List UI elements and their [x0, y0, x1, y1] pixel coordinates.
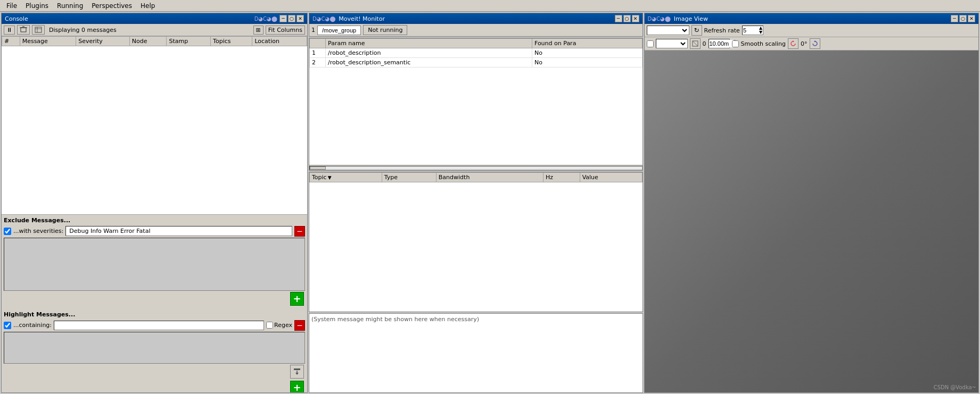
param-header-row: Param name Found on Para	[310, 39, 643, 48]
menu-help[interactable]: Help	[136, 1, 159, 11]
moveit-content: 1 /move_group Not running	[309, 24, 643, 36]
col-message: Message	[20, 37, 76, 46]
smooth-scaling-checkbox[interactable]	[732, 40, 739, 47]
image-float-btn[interactable]: ○	[959, 15, 967, 22]
col-node: Node	[129, 37, 167, 46]
image-zoom-fit-btn[interactable]	[690, 38, 701, 49]
refresh-rate-down[interactable]: ▼	[759, 30, 763, 35]
console-table-header: # Message Severity Node Stamp Topics Loc…	[2, 37, 307, 46]
console-toolbar: ⏸ Displaying 0 messages ⊞ Fit Columns	[2, 24, 307, 36]
menubar: File Plugins Running Perspectives Help	[0, 0, 980, 12]
console-fit-icon-btn[interactable]: ⊞	[253, 26, 263, 35]
topic-col-bandwidth: Bandwidth	[436, 173, 543, 182]
param-row2-found: No	[532, 58, 642, 68]
remove-severity-btn[interactable]: ─	[294, 226, 305, 237]
svg-line-10	[693, 41, 698, 46]
smooth-scaling-label: Smooth scaling	[741, 40, 786, 47]
zoom-max-input[interactable]: 10.00m	[709, 40, 733, 47]
topic-col-value: Value	[580, 173, 642, 182]
param-row1-found: No	[532, 48, 642, 58]
console-fit-columns-btn[interactable]: Fit Columns	[266, 26, 305, 35]
moveit-float-btn[interactable]: ○	[623, 15, 631, 22]
topic-dropdown-arrow[interactable]: ▼	[328, 175, 332, 180]
add-exclude-row: +	[4, 291, 305, 307]
regex-checkbox[interactable]	[266, 322, 273, 329]
param-scrollbar-track[interactable]	[309, 166, 643, 170]
param-content: Param name Found on Para 1 /robot_descri…	[309, 38, 643, 165]
severities-prefix: ...with severities:	[13, 228, 63, 234]
svg-rect-6	[294, 368, 300, 370]
sysmsg-content: (System message might be shown here when…	[309, 314, 643, 392]
add-exclude-btn[interactable]: +	[290, 292, 304, 306]
topic-col-type: Type	[382, 173, 436, 182]
console-float-btn[interactable]: ○	[288, 15, 295, 22]
image-toolbar-2: 0 10.00m ▲ ▼ Smooth scaling 0°	[645, 37, 979, 51]
moveit-dc-icon: D◕C◕⬤	[312, 16, 335, 22]
console-title-group: Console	[5, 15, 28, 22]
console-pause-btn[interactable]: ⏸	[4, 26, 15, 35]
severity-values[interactable]: Debug Info Warn Error Fatal	[65, 226, 292, 236]
dc-icon: D◕C◕⬤	[254, 16, 277, 22]
topic-content: Topic ▼ Type Bandwidth Hz Value	[309, 172, 643, 312]
image-content: CSDN @Vodka~	[645, 51, 979, 392]
param-scrollbar-thumb[interactable]	[310, 166, 326, 170]
menu-file[interactable]: File	[2, 1, 21, 11]
image-dc-icon: D◕C◕⬤	[648, 16, 671, 22]
col-num: #	[2, 37, 20, 46]
moveit-title-group: D◕C◕⬤ Moveit! Monitor	[312, 15, 385, 22]
col-topics: Topics	[211, 37, 252, 46]
highlight-label: Highlight Messages...	[4, 311, 305, 318]
regex-label: Regex	[266, 322, 292, 329]
console-panel: Console D◕C◕⬤ ─ ○ ✕ ⏸ Displaying 0 messa…	[1, 13, 308, 393]
table-row: 2 /robot_description_semantic No	[310, 58, 643, 68]
exclude-checkbox[interactable]	[4, 228, 11, 235]
image-toolbar: ↻ Refresh rate 5 ▲ ▼	[645, 24, 979, 37]
menu-plugins[interactable]: Plugins	[21, 1, 53, 11]
param-table-body: 1 /robot_description No 2 /robot_descrip…	[310, 48, 643, 68]
highlight-section: Highlight Messages... ...containing: Reg…	[2, 309, 307, 393]
table-row: 1 /robot_description No	[310, 48, 643, 58]
image-titlebar: D◕C◕⬤ Image View ─ ○ ✕	[645, 13, 979, 24]
console-clear-btn[interactable]	[17, 25, 30, 35]
moveit-minimize-btn[interactable]: ─	[615, 15, 622, 22]
rotate-right-btn[interactable]	[810, 38, 820, 49]
exclude-severities-row: ...with severities: Debug Info Warn Erro…	[4, 226, 305, 237]
remove-highlight-btn[interactable]: ─	[294, 320, 305, 331]
topic-header-row: Topic ▼ Type Bandwidth Hz Value	[310, 173, 643, 182]
image-topic-select[interactable]	[647, 26, 689, 35]
moveit-title: Moveit! Monitor	[339, 15, 385, 22]
menu-running[interactable]: Running	[53, 1, 87, 11]
rotate-left-btn[interactable]	[788, 38, 798, 49]
topic-col-hz: Hz	[543, 173, 580, 182]
topic-table: Topic ▼ Type Bandwidth Hz Value	[309, 172, 643, 182]
containing-input[interactable]	[54, 321, 264, 330]
console-close-btn[interactable]: ✕	[297, 15, 304, 22]
image-checkbox[interactable]	[647, 40, 654, 47]
image-refresh-btn[interactable]: ↻	[691, 25, 702, 36]
image-title-group: D◕C◕⬤ Image View	[648, 15, 708, 22]
refresh-rate-input[interactable]: 5	[743, 27, 759, 34]
refresh-rate-spinbox: 5 ▲ ▼	[742, 26, 763, 35]
image-close-btn[interactable]: ✕	[968, 15, 975, 22]
highlight-filters-box	[4, 332, 305, 364]
col-severity: Severity	[76, 37, 130, 46]
col-stamp: Stamp	[167, 37, 211, 46]
containing-prefix: ...containing:	[13, 322, 52, 329]
console-title: Console	[5, 15, 28, 22]
scroll-to-bottom-btn[interactable]	[290, 365, 304, 379]
param-scrollbar[interactable]	[309, 165, 643, 170]
watermark: CSDN @Vodka~	[932, 382, 978, 392]
zoom-value: 0	[703, 40, 706, 47]
param-row1-name: /robot_description	[326, 48, 532, 58]
add-highlight-btn[interactable]: +	[290, 381, 304, 393]
image-zoom-select[interactable]	[656, 39, 688, 48]
menu-perspectives[interactable]: Perspectives	[87, 1, 136, 11]
move-group-btn[interactable]: /move_group	[317, 26, 361, 35]
moveit-close-btn[interactable]: ✕	[632, 15, 639, 22]
console-list-btn[interactable]	[32, 25, 45, 35]
image-title: Image View	[674, 15, 708, 22]
console-minimize-btn[interactable]: ─	[279, 15, 287, 22]
highlight-checkbox[interactable]	[4, 322, 11, 329]
image-minimize-btn[interactable]: ─	[951, 15, 958, 22]
add-highlight-btn-row: +	[4, 380, 305, 393]
